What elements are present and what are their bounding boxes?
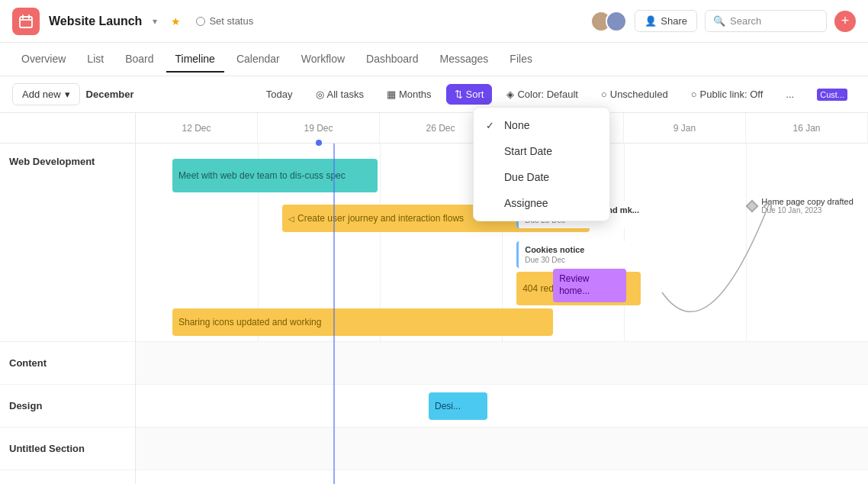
all-tasks-button[interactable]: ◎ All tasks [307,84,372,105]
filter-icon: ◎ [316,89,324,100]
customize-button[interactable]: Cust... [809,84,856,105]
public-link-button[interactable]: ○ Public link: Off [683,84,772,105]
link-icon: ○ [691,89,697,100]
tab-dashboard[interactable]: Dashboard [357,47,428,73]
tab-files[interactable]: Files [500,47,542,73]
app-icon [12,8,40,35]
date-col-12dec: 12 Dec [136,113,258,143]
sidebar: Web Development Content Design Untitled … [0,113,136,484]
tab-overview[interactable]: Overview [12,47,75,73]
check-icon: ✓ [486,120,498,131]
task-bar-design[interactable]: Desi... [429,392,487,420]
milestone-diamond-icon [746,199,759,212]
share-button[interactable]: 👤 Share [635,10,697,32]
milestone-homepage: Home page copy drafted Due 10 Jan, 2023 [747,197,853,215]
grid-row-untitled [136,428,868,470]
today-button[interactable]: Today [258,84,301,105]
calendar-icon: ▦ [387,89,396,100]
search-box[interactable]: 🔍 Search [705,10,827,32]
sort-option-none[interactable]: ✓ None [474,112,609,138]
date-col-16jan: 16 Jan [746,113,868,143]
toolbar: Add new ▾ December Today ◎ All tasks ▦ M… [0,76,868,113]
circle-icon: ○ [601,89,607,100]
sort-option-startdate[interactable]: ✓ Start Date [474,138,609,164]
task-bar-review-home[interactable]: Review home... [553,269,626,302]
tab-messages[interactable]: Messages [431,47,498,73]
set-status-button[interactable]: Set status [196,15,253,27]
sidebar-section-design: Design [0,385,135,428]
sidebar-section-content: Content [0,342,135,385]
sort-option-duedate[interactable]: ✓ Due Date [474,164,609,190]
tab-board[interactable]: Board [116,47,162,73]
add-button[interactable]: + [834,11,856,32]
grid-row-add [136,470,868,484]
share-icon: 👤 [645,15,657,27]
color-icon: ◈ [506,89,514,100]
status-circle-icon [196,17,205,26]
add-new-button[interactable]: Add new ▾ [12,83,80,105]
project-title: Website Launch [49,15,142,28]
tab-workflow[interactable]: Workflow [292,47,354,73]
sidebar-section-web: Web Development [0,144,135,342]
date-col-9jan: 9 Jan [624,113,746,143]
task-bar-meet-webdev[interactable]: Meet with web dev team to dis-cuss spec [172,159,378,192]
sidebar-header [0,113,135,144]
search-icon: 🔍 [713,15,725,27]
star-icon[interactable]: ★ [171,15,181,27]
task-pill-cookies[interactable]: Cookies notice Due 30 Dec [516,241,648,268]
months-button[interactable]: ▦ Months [378,84,440,105]
milestone-label: Home page copy drafted [761,197,853,206]
unscheduled-button[interactable]: ○ Unscheduled [593,84,677,105]
sort-option-assignee[interactable]: ✓ Assignee [474,190,609,216]
sort-dropdown: ✓ None ✓ Start Date ✓ Due Date ✓ Assigne… [473,107,610,221]
task-bar-sharing-icons[interactable]: Sharing icons updated and working [172,308,553,336]
top-bar: Website Launch ▾ ★ Set status 👤 Share 🔍 … [0,0,868,43]
sidebar-section-untitled: Untitled Section [0,428,135,470]
nav-tabs: Overview List Board Timeline Calendar Wo… [0,43,868,76]
more-button[interactable]: ... [777,84,802,105]
avatar [606,11,627,32]
tab-list[interactable]: List [78,47,113,73]
chevron-down-icon[interactable]: ▾ [153,16,157,27]
date-col-19dec: 19 Dec [258,113,380,143]
grid-row-design: Desi... [136,385,868,428]
chevron-down-icon: ▾ [65,89,70,100]
sort-icon: ⇅ [455,89,463,100]
month-label: December [86,89,134,100]
milestone-sublabel: Due 10 Jan, 2023 [761,206,853,215]
tab-timeline[interactable]: Timeline [166,47,224,73]
grid-row-content [136,342,868,385]
top-right-actions: 👤 Share 🔍 Search + [590,10,856,32]
sort-button[interactable]: ⇅ Sort [446,84,493,105]
add-section-button[interactable]: Add section [0,470,135,484]
svg-rect-0 [20,17,32,27]
color-button[interactable]: ◈ Color: Default [498,84,586,105]
avatar-group [590,11,627,32]
tab-calendar[interactable]: Calendar [227,47,289,73]
main-area: Web Development Content Design Untitled … [0,113,868,484]
